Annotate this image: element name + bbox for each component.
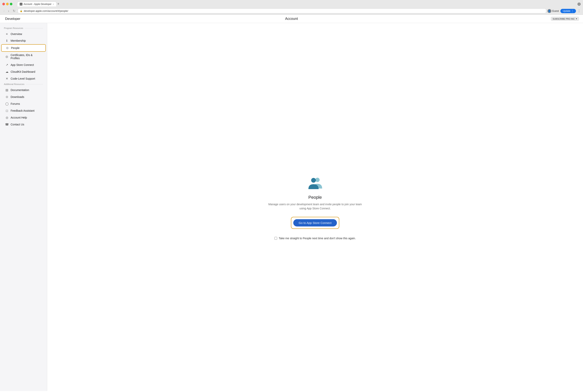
fullscreen-window-button[interactable] bbox=[10, 3, 12, 5]
certificates-icon: ◎ bbox=[5, 55, 9, 58]
go-to-app-store-connect-button[interactable]: Go to App Store Connect bbox=[293, 219, 337, 226]
forward-button[interactable]: › bbox=[7, 9, 10, 13]
sidebar-section-additional: Additional Resources bbox=[0, 82, 47, 86]
page-title: Account bbox=[285, 17, 298, 21]
sidebar: Program Resources ≡ Overview ℹ Membershi… bbox=[0, 23, 47, 391]
feedback-icon: ◻ bbox=[5, 109, 9, 112]
sidebar-item-label: CloudKit Dashboard bbox=[10, 70, 35, 73]
sidebar-item-label: Code-Level Support bbox=[10, 77, 35, 80]
cta-wrapper: Go to App Store Connect bbox=[291, 217, 339, 229]
sidebar-item-label: App Store Connect bbox=[10, 63, 34, 66]
sidebar-item-account-help[interactable]: ◎ Account Help bbox=[1, 114, 46, 121]
profile-button[interactable]: 👤 Guest bbox=[548, 9, 559, 13]
sidebar-item-feedback-assistant[interactable]: ◻ Feedback Assistant bbox=[1, 107, 46, 114]
tab-bar: A Account - Apple Developer × + bbox=[17, 2, 576, 6]
sidebar-item-label: People bbox=[11, 46, 20, 50]
sidebar-item-cloudkit[interactable]: ☁ CloudKit Dashboard bbox=[1, 68, 46, 75]
close-window-button[interactable] bbox=[2, 3, 5, 5]
new-tab-button[interactable]: + bbox=[57, 2, 59, 6]
overview-icon: ≡ bbox=[5, 32, 9, 36]
checkbox-label: Take me straight to People next time and… bbox=[279, 237, 356, 240]
main-layout: Program Resources ≡ Overview ℹ Membershi… bbox=[0, 23, 583, 391]
back-button[interactable]: ‹ bbox=[2, 9, 6, 13]
tab-close-button[interactable]: × bbox=[53, 3, 54, 5]
sidebar-section-program: Program Resources bbox=[0, 26, 47, 30]
lock-icon: 🔒 bbox=[20, 10, 22, 12]
update-label: Update bbox=[563, 10, 571, 12]
sidebar-item-contact-us[interactable]: ☎ Contact Us bbox=[1, 121, 46, 128]
people-svg bbox=[305, 174, 325, 190]
sidebar-item-label: Forums bbox=[10, 102, 20, 105]
traffic-lights bbox=[2, 3, 12, 5]
account-help-icon: ◎ bbox=[5, 116, 9, 119]
sidebar-item-label: Overview bbox=[10, 32, 22, 36]
address-bar[interactable]: 🔒 developer.apple.com/account/#/people/ bbox=[18, 8, 546, 13]
documentation-icon: ▤ bbox=[5, 88, 9, 92]
sidebar-item-overview[interactable]: ≡ Overview bbox=[1, 31, 46, 37]
subscribe-button[interactable]: SUBSCRIBE PRO INC ▾ bbox=[551, 17, 579, 21]
apple-developer-logo[interactable]: Developer bbox=[4, 17, 20, 21]
contact-icon: ☎ bbox=[5, 123, 9, 126]
topbar-right: SUBSCRIBE PRO INC ▾ bbox=[551, 17, 579, 21]
address-text: developer.apple.com/account/#/people/ bbox=[24, 10, 544, 12]
sidebar-item-label: Membership bbox=[10, 39, 26, 42]
people-illustration bbox=[305, 174, 325, 191]
sidebar-item-label: Documentation bbox=[10, 88, 29, 92]
sidebar-item-code-level-support[interactable]: ✕ Code-Level Support bbox=[1, 75, 46, 82]
refresh-button[interactable]: ↻ bbox=[11, 9, 16, 13]
sidebar-item-app-store-connect[interactable]: ↗ App Store Connect bbox=[1, 62, 46, 68]
downloads-icon: ⊙ bbox=[5, 95, 9, 99]
subscribe-label: SUBSCRIBE PRO INC bbox=[553, 18, 575, 20]
sidebar-item-people[interactable]: ⊙ People bbox=[1, 44, 46, 52]
developer-label: Developer bbox=[5, 17, 20, 21]
sidebar-item-label: Account Help bbox=[10, 116, 27, 119]
browser-account-icon: ⊙ bbox=[578, 2, 581, 6]
svg-point-1 bbox=[311, 178, 316, 183]
tab-title: Account - Apple Developer bbox=[23, 3, 51, 6]
active-tab[interactable]: A Account - Apple Developer × bbox=[17, 2, 57, 6]
browser-menu-button[interactable]: ⋮ bbox=[578, 9, 581, 13]
sidebar-item-label: Feedback Assistant bbox=[10, 109, 34, 112]
svg-point-0 bbox=[315, 178, 320, 182]
content-title: People bbox=[308, 195, 322, 200]
update-chevron: ⋮ bbox=[571, 10, 574, 12]
main-content: People Manage users on your development … bbox=[47, 23, 583, 391]
sidebar-item-certificates[interactable]: ◎ Certificates, IDs & Profiles bbox=[1, 52, 46, 61]
checkbox-row: Take me straight to People next time and… bbox=[274, 237, 356, 240]
topbar: Developer Account SUBSCRIBE PRO INC ▾ bbox=[0, 15, 583, 23]
code-support-icon: ✕ bbox=[5, 77, 9, 80]
browser-chrome: A Account - Apple Developer × + ⊙ ‹ › ↻ … bbox=[0, 0, 583, 15]
tab-favicon: A bbox=[20, 3, 22, 6]
sidebar-item-label: Contact Us bbox=[10, 123, 24, 126]
people-icon: ⊙ bbox=[5, 46, 9, 50]
app-store-connect-icon: ↗ bbox=[5, 63, 9, 67]
sidebar-item-documentation[interactable]: ▤ Documentation bbox=[1, 87, 46, 94]
minimize-window-button[interactable] bbox=[6, 3, 9, 5]
profile-icon: 👤 bbox=[548, 9, 551, 13]
profile-label: Guest bbox=[552, 10, 559, 12]
sidebar-item-label: Certificates, IDs & Profiles bbox=[10, 54, 42, 60]
app-layout: Developer Account SUBSCRIBE PRO INC ▾ Pr… bbox=[0, 15, 583, 391]
sidebar-item-downloads[interactable]: ⊙ Downloads bbox=[1, 94, 46, 100]
sidebar-item-label: Downloads bbox=[10, 95, 24, 98]
remember-preference-checkbox[interactable] bbox=[274, 237, 277, 240]
cloudkit-icon: ☁ bbox=[5, 70, 9, 74]
browser-nav: ‹ › ↻ 🔒 developer.apple.com/account/#/pe… bbox=[0, 8, 583, 14]
subscribe-chevron-icon: ▾ bbox=[576, 18, 577, 20]
update-button[interactable]: Update ⋮ bbox=[561, 9, 576, 13]
sidebar-item-membership[interactable]: ℹ Membership bbox=[1, 37, 46, 44]
forums-icon: ◯ bbox=[5, 102, 9, 106]
browser-right-controls: 👤 Guest Update ⋮ ⋮ bbox=[548, 9, 581, 13]
membership-icon: ℹ bbox=[5, 39, 9, 42]
sidebar-item-forums[interactable]: ◯ Forums bbox=[1, 100, 46, 107]
content-description: Manage users on your development team an… bbox=[266, 202, 364, 210]
